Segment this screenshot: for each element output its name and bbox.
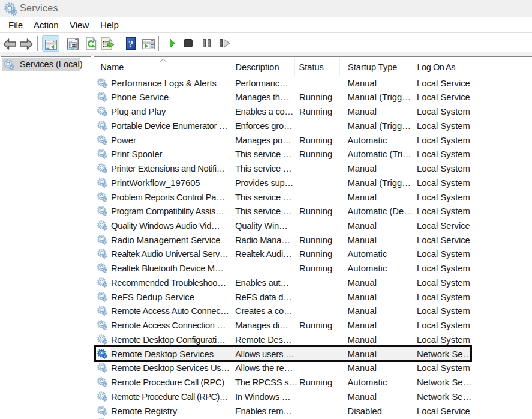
- svg-text:?: ?: [128, 38, 134, 50]
